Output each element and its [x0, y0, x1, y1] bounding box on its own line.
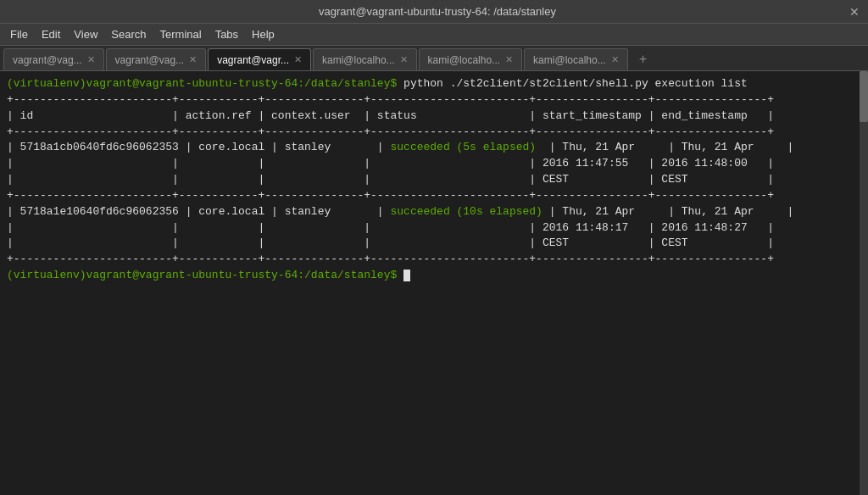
tab-3[interactable]: vagrant@vagr... ✕ [208, 48, 311, 70]
menu-search[interactable]: Search [104, 25, 153, 43]
tab-2-close[interactable]: ✕ [189, 54, 197, 65]
table-row-2-line2: | | | | | 2016 11:48:17 | 2016 11:48:27 … [7, 220, 861, 236]
tab-1-label: vagrant@vag... [13, 54, 82, 66]
terminal[interactable]: (virtualenv)vagrant@vagrant-ubuntu-trust… [0, 71, 868, 495]
tab-4-close[interactable]: ✕ [400, 54, 408, 65]
tab-5-close[interactable]: ✕ [505, 54, 513, 65]
tab-bar: vagrant@vag... ✕ vagrant@vag... ✕ vagran… [0, 46, 868, 71]
table-row-1-line1: | 5718a1cb0640fd6c96062353 | core.local … [7, 140, 861, 156]
tab-1-close[interactable]: ✕ [87, 54, 95, 65]
table-row-2-line1: | 5718a1e10640fd6c96062356 | core.local … [7, 204, 861, 220]
table-row-separator-1: +------------------------+------------+-… [7, 188, 861, 204]
table-row-1-line2: | | | | | 2016 11:47:55 | 2016 11:48:00 … [7, 156, 861, 172]
table-row-1-line3: | | | | | CEST | CEST | [7, 172, 861, 188]
cursor-block [397, 269, 410, 281]
menu-file[interactable]: File [3, 25, 35, 43]
table-header: | id | action.ref | context.user | statu… [7, 108, 861, 125]
tab-5-label: kami@localho... [428, 54, 501, 66]
command-line: (virtualenv)vagrant@vagrant-ubuntu-trust… [7, 76, 861, 92]
menu-edit[interactable]: Edit [35, 25, 67, 43]
window-title: vagrant@vagrant-ubuntu-trusty-64: /data/… [25, 5, 849, 18]
scrollbar-thumb[interactable] [860, 71, 868, 122]
menu-help[interactable]: Help [245, 25, 281, 43]
table-header-border: +------------------------+------------+-… [7, 125, 861, 141]
prompt-user: (virtualenv)vagrant@vagrant-ubuntu-trust… [7, 77, 397, 90]
status-2: succeeded (10s elapsed) [390, 205, 542, 218]
status-1: succeeded (5s elapsed) [390, 141, 542, 153]
command-text: python ./st2client/st2client/shell.py ex… [397, 77, 747, 90]
tab-4[interactable]: kami@localho... ✕ [313, 48, 417, 70]
menu-bar: File Edit View Search Terminal Tabs Help [0, 24, 868, 46]
new-tab-button[interactable]: + [633, 50, 654, 70]
menu-tabs[interactable]: Tabs [209, 25, 245, 43]
title-bar: vagrant@vagrant-ubuntu-trusty-64: /data/… [0, 0, 868, 24]
tab-4-label: kami@localho... [322, 54, 395, 66]
table-border-bottom: +------------------------+------------+-… [7, 252, 861, 268]
tab-6[interactable]: kami@localho... ✕ [524, 48, 628, 70]
tab-2-label: vagrant@vag... [115, 54, 185, 66]
tab-3-close[interactable]: ✕ [294, 54, 302, 65]
menu-view[interactable]: View [67, 25, 104, 43]
table-row-2-line3: | | | | | CEST | CEST | [7, 236, 861, 252]
scrollbar[interactable] [860, 71, 868, 495]
menu-terminal[interactable]: Terminal [153, 25, 209, 43]
prompt-user-2: (virtualenv)vagrant@vagrant-ubuntu-trust… [7, 269, 397, 281]
tab-3-label: vagrant@vagr... [217, 54, 289, 66]
tab-6-close[interactable]: ✕ [611, 54, 619, 65]
tab-6-label: kami@localho... [533, 54, 606, 66]
tab-5[interactable]: kami@localho... ✕ [419, 48, 523, 70]
tab-1[interactable]: vagrant@vag... ✕ [3, 48, 104, 70]
tab-2[interactable]: vagrant@vag... ✕ [106, 48, 207, 70]
prompt-line-2: (virtualenv)vagrant@vagrant-ubuntu-trust… [7, 268, 861, 284]
table-border-top: +------------------------+------------+-… [7, 92, 861, 108]
close-button[interactable]: ✕ [849, 5, 860, 19]
